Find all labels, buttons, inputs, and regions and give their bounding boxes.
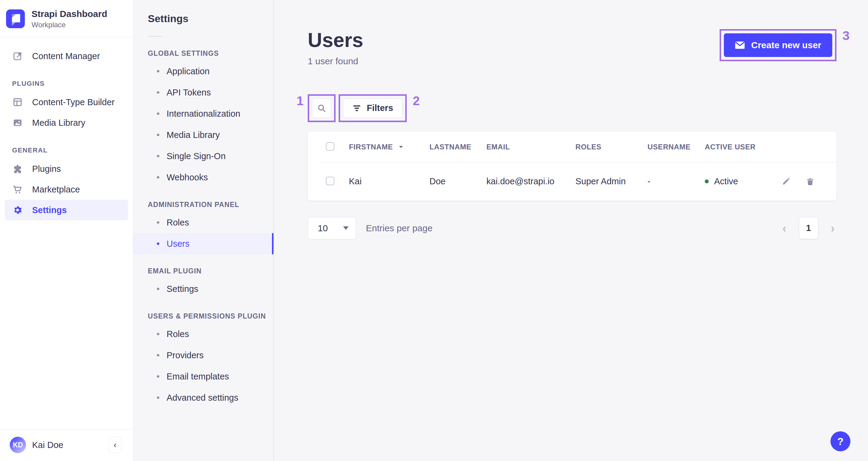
sort-desc-icon — [399, 145, 403, 148]
settings-nav-item-media-library[interactable]: Media Library — [133, 124, 274, 145]
settings-nav-item-api-tokens[interactable]: API Tokens — [133, 82, 274, 103]
table-actions-row: 1 2 Filte — [308, 94, 837, 122]
cell-username: - — [648, 176, 705, 186]
strapi-logo-icon — [6, 9, 25, 28]
nav-item-media-library[interactable]: Media Library — [5, 112, 128, 133]
row-checkbox[interactable] — [326, 177, 334, 185]
settings-nav-item-email-settings[interactable]: Settings — [133, 278, 274, 299]
settings-nav-item-label: Application — [166, 66, 210, 76]
settings-nav-item-application[interactable]: Application — [133, 61, 274, 82]
nav-group-general: Plugins Marketplace Sett — [5, 159, 128, 220]
settings-nav-item-email-templates[interactable]: Email templates — [133, 366, 274, 387]
settings-nav-item-label: API Tokens — [166, 88, 211, 97]
page-1-button[interactable]: 1 — [799, 218, 818, 239]
table-header-row: FIRSTNAME LASTNAME EMAIL ROLES USERNAME … — [308, 132, 837, 162]
trash-icon — [806, 177, 815, 186]
cell-active-user: Active — [705, 176, 780, 186]
caret-down-icon — [343, 226, 349, 230]
search-button[interactable] — [312, 98, 331, 118]
filters-button[interactable]: Filters — [343, 98, 403, 118]
annotation-number-1: 1 — [297, 94, 304, 107]
annotation-number-2: 2 — [413, 94, 420, 107]
collapse-sidebar-button[interactable]: ‹ — [109, 437, 121, 453]
user-avatar[interactable]: KD — [10, 437, 26, 453]
search-icon — [317, 103, 327, 113]
app-title: Strapi Dashboard — [31, 8, 107, 20]
settings-nav-item-label: Providers — [166, 350, 204, 361]
main-content: Users 1 user found 3 Create new user 1 — [274, 0, 868, 461]
col-header-email[interactable]: EMAIL — [486, 143, 576, 151]
settings-nav-item-webhooks[interactable]: Webhooks — [133, 167, 274, 188]
nav-section-plugins: PLUGINS — [5, 80, 128, 88]
settings-nav-item-label: Users — [166, 239, 190, 249]
image-icon — [12, 117, 23, 128]
nav-item-marketplace[interactable]: Marketplace — [5, 179, 128, 200]
pager: ‹ 1 › — [780, 218, 837, 239]
row-actions — [780, 176, 839, 187]
users-table: FIRSTNAME LASTNAME EMAIL ROLES USERNAME … — [308, 132, 837, 201]
content-manager-icon — [12, 51, 23, 61]
section-label-administration-panel: ADMINISTRATION PANEL — [148, 201, 274, 209]
create-new-user-button[interactable]: Create new user — [724, 33, 832, 57]
col-header-active-user[interactable]: ACTIVE USER — [705, 143, 780, 151]
bullet-icon — [157, 176, 159, 178]
delete-user-button[interactable] — [805, 176, 816, 187]
settings-nav-item-single-sign-on[interactable]: Single Sign-On — [133, 145, 274, 167]
settings-sidebar-title: Settings — [148, 13, 274, 25]
select-all-checkbox[interactable] — [326, 142, 334, 151]
nav-item-label: Plugins — [32, 164, 61, 174]
settings-nav-item-label: Webhooks — [166, 172, 208, 182]
settings-nav-item-label: Advanced settings — [166, 393, 238, 403]
col-header-username[interactable]: USERNAME — [648, 143, 705, 151]
settings-nav-item-label: Settings — [166, 284, 198, 294]
entries-per-page-label: Entries per page — [366, 223, 433, 233]
settings-sidebar: Settings GLOBAL SETTINGS Application API… — [133, 0, 274, 461]
nav-item-label: Content Manager — [32, 51, 100, 61]
nav-item-label: Media Library — [32, 118, 85, 128]
help-button[interactable]: ? — [831, 431, 850, 451]
section-label-global-settings: GLOBAL SETTINGS — [148, 49, 274, 58]
annotation-number-3: 3 — [842, 29, 849, 42]
gear-icon — [12, 205, 23, 215]
settings-nav-item-advanced-settings[interactable]: Advanced settings — [133, 387, 274, 408]
nav-item-label: Marketplace — [32, 184, 80, 195]
settings-nav-item-users[interactable]: Users — [133, 233, 274, 254]
settings-nav-item-roles-up[interactable]: Roles — [133, 323, 274, 345]
col-header-label: FIRSTNAME — [349, 143, 393, 151]
bullet-icon — [157, 91, 159, 94]
col-header-roles[interactable]: ROLES — [576, 143, 648, 151]
chevron-left-icon: ‹ — [114, 440, 116, 450]
cell-email: kai.doe@strapi.io — [486, 176, 576, 186]
pagination-row: 10 Entries per page ‹ 1 › — [308, 217, 837, 239]
col-header-lastname[interactable]: LASTNAME — [430, 143, 486, 151]
page-size-select[interactable]: 10 — [308, 217, 356, 239]
previous-page-button[interactable]: ‹ — [780, 222, 788, 234]
settings-nav-item-roles-admin[interactable]: Roles — [133, 212, 274, 233]
bullet-icon — [157, 333, 159, 335]
settings-nav-item-label: Media Library — [166, 130, 220, 140]
annotation-box-2: 2 Filters — [339, 94, 407, 122]
mail-icon — [735, 41, 745, 49]
nav-footer: KD Kai Doe ‹ — [0, 429, 133, 461]
table-row[interactable]: Kai Doe kai.doe@strapi.io Super Admin - … — [308, 163, 837, 201]
col-header-firstname[interactable]: FIRSTNAME — [349, 143, 430, 151]
next-page-button[interactable]: › — [829, 222, 837, 234]
edit-user-button[interactable] — [780, 176, 792, 187]
settings-nav-item-internationalization[interactable]: Internationalization — [133, 103, 274, 124]
col-header-label: ACTIVE USER — [705, 143, 756, 151]
nav-item-settings[interactable]: Settings — [5, 200, 128, 220]
settings-nav-item-label: Internationalization — [166, 109, 240, 119]
nav-item-content-type-builder[interactable]: Content-Type Builder — [5, 92, 128, 112]
annotation-box-3: 3 Create new user — [720, 29, 837, 61]
nav-section-general: GENERAL — [5, 146, 128, 154]
cell-lastname: Doe — [430, 176, 486, 186]
main-nav-sidebar: Strapi Dashboard Workplace Content Manag… — [0, 0, 133, 461]
workspace-name: Workplace — [31, 21, 107, 29]
col-header-label: EMAIL — [486, 143, 510, 151]
cart-icon — [12, 184, 23, 195]
section-divider — [148, 36, 162, 37]
nav-item-label: Content-Type Builder — [32, 97, 115, 107]
nav-item-plugins[interactable]: Plugins — [5, 159, 128, 179]
settings-nav-item-providers[interactable]: Providers — [133, 345, 274, 366]
nav-item-content-manager[interactable]: Content Manager — [5, 46, 128, 66]
